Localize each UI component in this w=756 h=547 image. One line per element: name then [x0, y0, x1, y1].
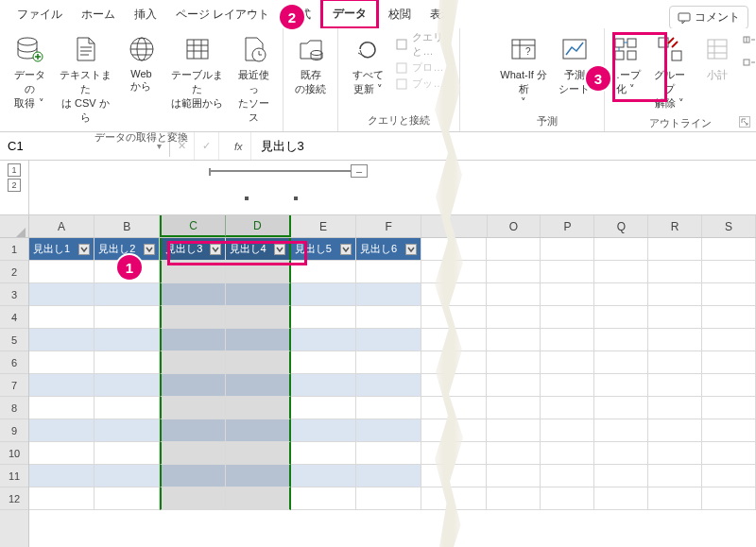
cell[interactable]: [29, 283, 94, 306]
cell[interactable]: [541, 306, 594, 329]
row-header-1[interactable]: 1: [0, 238, 28, 261]
cell[interactable]: [29, 442, 94, 465]
cell[interactable]: [421, 261, 487, 283]
cell[interactable]: [160, 442, 225, 465]
cell[interactable]: [541, 465, 594, 487]
accept-formula-button[interactable]: ✓: [195, 132, 219, 160]
cell[interactable]: [421, 351, 487, 374]
cell[interactable]: [94, 419, 160, 442]
cell[interactable]: [226, 465, 291, 487]
cell[interactable]: [29, 465, 94, 487]
cell[interactable]: [421, 442, 487, 465]
cell[interactable]: [29, 261, 94, 283]
cell[interactable]: [291, 283, 356, 306]
cell[interactable]: [487, 442, 541, 465]
column-header-A[interactable]: A: [29, 215, 94, 237]
cell[interactable]: [226, 261, 291, 283]
cell[interactable]: [648, 283, 702, 306]
cell[interactable]: [94, 283, 160, 306]
cell[interactable]: [160, 261, 225, 283]
menu-tab-表示[interactable]: 表示: [421, 2, 462, 27]
cell[interactable]: [160, 351, 225, 374]
cell[interactable]: [160, 283, 225, 306]
cell[interactable]: [487, 397, 541, 419]
row-header-11[interactable]: 11: [0, 465, 28, 487]
cell[interactable]: [226, 329, 291, 351]
menu-tab-ページ レイアウト[interactable]: ページ レイアウト: [166, 2, 279, 27]
cell[interactable]: [94, 306, 160, 329]
column-header-B[interactable]: B: [94, 215, 160, 237]
cell[interactable]: [29, 419, 94, 442]
cell[interactable]: [356, 419, 421, 442]
from-web-button[interactable]: Web から: [118, 30, 165, 95]
cell[interactable]: [594, 283, 648, 306]
existing-connections-button[interactable]: 既存 の接続: [287, 30, 335, 98]
filter-dropdown-icon[interactable]: [340, 244, 352, 255]
subtotal-button[interactable]: 小計: [694, 30, 741, 84]
menu-tab-データ[interactable]: データ: [320, 0, 379, 30]
cell[interactable]: [291, 351, 356, 374]
outline-collapse-button[interactable]: –: [351, 164, 368, 178]
cell[interactable]: [356, 487, 421, 510]
cell[interactable]: [356, 329, 421, 351]
cell[interactable]: [356, 351, 421, 374]
cell[interactable]: [648, 351, 702, 374]
cell[interactable]: [226, 419, 291, 442]
cell[interactable]: [487, 306, 541, 329]
cell[interactable]: [421, 329, 487, 351]
column-header-Q[interactable]: Q: [594, 215, 648, 237]
cell[interactable]: [291, 306, 356, 329]
outline-level-2[interactable]: 2: [8, 179, 21, 192]
cell[interactable]: [594, 261, 648, 283]
cell[interactable]: [421, 487, 487, 510]
cell[interactable]: [541, 374, 594, 397]
cell[interactable]: [94, 397, 160, 419]
cell[interactable]: [421, 283, 487, 306]
cell[interactable]: [702, 261, 756, 283]
cell[interactable]: [421, 419, 487, 442]
row-header-10[interactable]: 10: [0, 442, 28, 465]
filter-dropdown-icon[interactable]: [405, 244, 417, 255]
cell[interactable]: 見出し6: [356, 238, 421, 261]
cell[interactable]: [541, 442, 594, 465]
cell[interactable]: [291, 397, 356, 419]
cell[interactable]: [160, 397, 225, 419]
cell[interactable]: [594, 419, 648, 442]
menu-tab-挿入[interactable]: 挿入: [125, 2, 166, 27]
cell[interactable]: [29, 397, 94, 419]
dialog-launcher-icon[interactable]: [739, 116, 750, 128]
cell[interactable]: [421, 374, 487, 397]
cell[interactable]: [356, 442, 421, 465]
cell[interactable]: [702, 442, 756, 465]
cell[interactable]: [29, 351, 94, 374]
cell[interactable]: [226, 442, 291, 465]
cell[interactable]: [421, 397, 487, 419]
column-header-P[interactable]: P: [541, 215, 594, 237]
cell[interactable]: [594, 351, 648, 374]
group-button[interactable]: …ープ 化 ˅: [605, 30, 645, 98]
cell[interactable]: [291, 374, 356, 397]
cell[interactable]: [487, 419, 541, 442]
cell[interactable]: [541, 351, 594, 374]
workbook-links-button[interactable]: ブッ…: [395, 77, 454, 91]
row-header-9[interactable]: 9: [0, 419, 28, 442]
properties-button[interactable]: プロ…: [395, 60, 454, 75]
cell[interactable]: [421, 238, 487, 261]
column-header-E[interactable]: E: [291, 215, 356, 237]
row-header-2[interactable]: 2: [0, 261, 28, 283]
cell[interactable]: [648, 329, 702, 351]
cell[interactable]: [594, 397, 648, 419]
cell[interactable]: [291, 329, 356, 351]
cell[interactable]: [594, 465, 648, 487]
cell[interactable]: [487, 374, 541, 397]
cell[interactable]: [487, 465, 541, 487]
recent-sources-button[interactable]: 最近使っ たソース: [230, 30, 277, 127]
cell[interactable]: [291, 261, 356, 283]
cell[interactable]: [29, 374, 94, 397]
cell[interactable]: [541, 283, 594, 306]
cell[interactable]: [226, 351, 291, 374]
cell[interactable]: 見出し3: [160, 238, 225, 261]
column-header-R[interactable]: R: [648, 215, 702, 237]
get-data-button[interactable]: データの 取得 ˅: [6, 30, 53, 112]
cell[interactable]: [226, 397, 291, 419]
